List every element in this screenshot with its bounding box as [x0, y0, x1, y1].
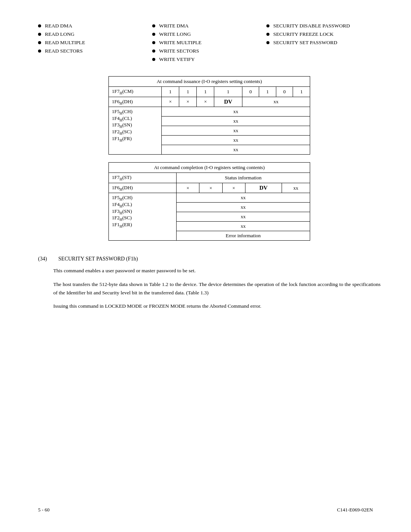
dv-cell: DV [245, 183, 282, 193]
cell-val: × [179, 97, 197, 107]
bullet-text: WRITE MULTIPLE [159, 40, 202, 46]
paragraph2: The host transfers the 512-byte data sho… [53, 280, 381, 297]
table-row: 1F6H(DH) × × × DV xx [109, 97, 310, 107]
cell-val: 1 [293, 87, 310, 97]
bullet-item: WRITE SECTORS [152, 48, 266, 54]
cell-val: xx [177, 222, 310, 231]
bullet-text: READ MULTIPLE [45, 40, 85, 46]
bullet-dot-icon [152, 58, 155, 61]
cell-val: × [199, 183, 222, 193]
cell-val: 1 [214, 87, 242, 97]
bullet-dot-icon [266, 33, 269, 36]
bullet-item: WRITE VETIFY [152, 56, 266, 62]
bullet-dot-icon [152, 50, 155, 53]
section-para3: Issuing this command in LOCKED MODE or F… [53, 302, 381, 310]
section-number-title: (34) SECURITY SET PASSWORD (F1h) [38, 256, 381, 262]
page-footer: 5 - 60 C141-E069-02EN [0, 507, 411, 513]
cell-val: xx [177, 203, 310, 212]
cell-val: 1 [179, 87, 197, 97]
table-row: 1F7H(ST) Status information [109, 173, 310, 183]
reg-label: 1F6H(DH) [109, 183, 177, 193]
bullet-text: READ DMA [45, 23, 72, 29]
cell-val: 1 [259, 87, 276, 97]
reg-label: 1F7H(ST) [109, 173, 177, 183]
bullet-col1: READ DMA READ LONG READ MULTIPLE READ SE… [38, 23, 152, 65]
cell-val: xx [282, 183, 310, 193]
cell-val: xx [242, 97, 310, 107]
section-para1: This command enables a user password or … [53, 267, 381, 275]
bullet-item: SECURITY DISABLE PASSWORD [266, 23, 381, 29]
bullet-item: WRITE LONG [152, 31, 266, 37]
bullet-item: READ LONG [38, 31, 152, 37]
bullet-text: WRITE DMA [159, 23, 189, 29]
cell-val: xx [162, 126, 310, 136]
bullet-item: WRITE DMA [152, 23, 266, 29]
bullet-dot-icon [266, 24, 269, 27]
cell-val: xx [162, 136, 310, 145]
table-row: 1F6H(DH) × × × DV xx [109, 183, 310, 193]
bullet-dot-icon [152, 41, 155, 44]
error-info-cell: Error information [177, 231, 310, 241]
cell-val: 1 [162, 87, 179, 97]
cell-val: xx [177, 193, 310, 203]
footer-document-id: C141-E069-02EN [337, 507, 373, 513]
paragraph1: This command enables a user password or … [53, 267, 381, 275]
table-row: 1F5H(CH) 1F4H(CL) 1F3H(SN) 1F2H(SC) 1F1H… [109, 193, 310, 203]
bullet-text: SECURITY DISABLE PASSWORD [273, 23, 350, 29]
table-row: 1F5H(CH) 1F4H(CL) 1F3H(SN) 1F2H(SC) 1F1H… [109, 107, 310, 117]
cell-val: xx [162, 117, 310, 126]
bullet-item: SECURITY SET PASSWORD [266, 40, 381, 46]
bullet-item: READ MULTIPLE [38, 40, 152, 46]
footer-page-number: 5 - 60 [38, 507, 49, 513]
bullet-dot-icon [152, 33, 155, 36]
bullet-dot-icon [38, 24, 41, 27]
table-caption-row: At command completion (I-O registers set… [109, 163, 310, 173]
bullet-text: SECURITY FREEZE LOCK [273, 31, 334, 37]
table-caption: At command issuance (I-O registers setti… [109, 77, 310, 87]
cell-val: 0 [242, 87, 259, 97]
cell-val: × [197, 97, 214, 107]
bullet-item: READ SECTORS [38, 48, 152, 54]
command-issuance-table: At command issuance (I-O registers setti… [108, 76, 310, 155]
section-number: (34) [38, 256, 47, 262]
bullet-item: WRITE MULTIPLE [152, 40, 266, 46]
command-completion-table: At command completion (I-O registers set… [108, 162, 310, 241]
reg-label: 1F7H(CM) [109, 87, 162, 97]
bullet-dot-icon [152, 24, 155, 27]
bullet-dot-icon [38, 33, 41, 36]
cell-val: 0 [276, 87, 293, 97]
bullet-dot-icon [38, 41, 41, 44]
section-para2: The host transfers the 512-byte data sho… [53, 280, 381, 297]
cell-val: × [162, 97, 179, 107]
bullet-list-section: READ DMA READ LONG READ MULTIPLE READ SE… [38, 23, 381, 65]
bullet-col3: SECURITY DISABLE PASSWORD SECURITY FREEZ… [266, 23, 381, 65]
paragraph3: Issuing this command in LOCKED MODE or F… [53, 302, 381, 310]
cell-val: × [177, 183, 199, 193]
bullet-dot-icon [38, 50, 41, 53]
bullet-text: WRITE SECTORS [159, 48, 199, 54]
dv-cell: DV [214, 97, 242, 107]
bullet-item: READ DMA [38, 23, 152, 29]
tables-section: At command issuance (I-O registers setti… [38, 76, 381, 241]
bullet-text: READ LONG [45, 31, 75, 37]
cell-val: xx [162, 107, 310, 117]
multi-reg-labels: 1F5H(CH) 1F4H(CL) 1F3H(SN) 1F2H(SC) 1F1H… [109, 107, 162, 155]
table-row: 1F7H(CM) 1 1 1 1 0 1 0 1 [109, 87, 310, 97]
section-title: SECURITY SET PASSWORD (F1h) [58, 256, 138, 262]
table-caption: At command completion (I-O registers set… [109, 163, 310, 173]
bullet-text: WRITE VETIFY [159, 56, 195, 62]
status-info-cell: Status information [177, 173, 310, 183]
cell-val: × [222, 183, 245, 193]
section-34: (34) SECURITY SET PASSWORD (F1h) This co… [38, 256, 381, 310]
bullet-item: SECURITY FREEZE LOCK [266, 31, 381, 37]
bullet-col2: WRITE DMA WRITE LONG WRITE MULTIPLE WRIT… [152, 23, 266, 65]
table-caption-row: At command issuance (I-O registers setti… [109, 77, 310, 87]
bullet-text: SECURITY SET PASSWORD [273, 40, 337, 46]
cell-val: 1 [197, 87, 214, 97]
reg-label: 1F6H(DH) [109, 97, 162, 107]
bullet-text: WRITE LONG [159, 31, 191, 37]
multi-reg-labels: 1F5H(CH) 1F4H(CL) 1F3H(SN) 1F2H(SC) 1F1H… [109, 193, 177, 241]
cell-val: xx [177, 212, 310, 222]
bullet-text: READ SECTORS [45, 48, 83, 54]
bullet-dot-icon [266, 41, 269, 44]
